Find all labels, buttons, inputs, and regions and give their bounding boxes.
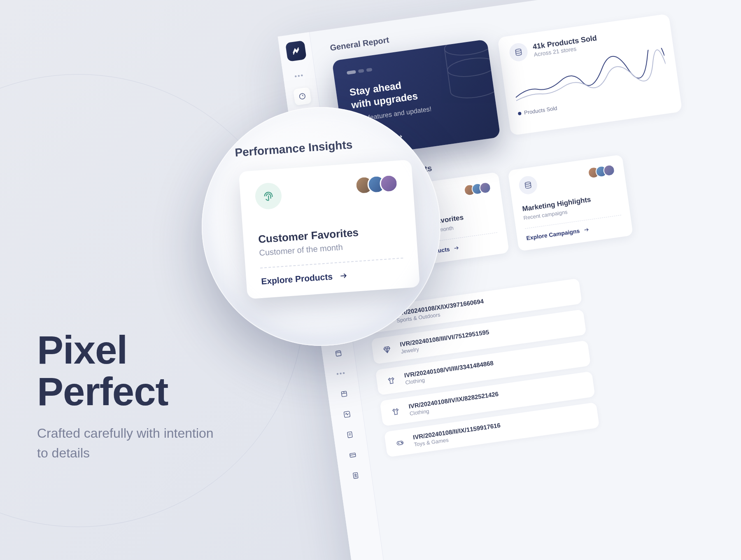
shirt-icon bbox=[388, 404, 403, 420]
more-icon-2[interactable]: ••• bbox=[332, 364, 350, 383]
package-icon[interactable] bbox=[335, 385, 353, 403]
svg-point-0 bbox=[299, 93, 305, 99]
hero-copy: Pixel Perfect Crafted carefully with int… bbox=[37, 329, 214, 463]
dashboard-icon[interactable] bbox=[293, 87, 311, 105]
database-icon bbox=[518, 175, 538, 196]
user-badge-icon[interactable] bbox=[346, 466, 365, 485]
gamepad-icon bbox=[392, 435, 408, 450]
svg-point-13 bbox=[515, 49, 521, 51]
svg-point-17 bbox=[402, 443, 403, 443]
svg-rect-7 bbox=[347, 432, 352, 438]
document-icon[interactable] bbox=[340, 425, 359, 444]
arrow-right-icon bbox=[338, 271, 348, 280]
marketing-highlights-card[interactable]: Marketing Highlights Recent campaigns Ex… bbox=[508, 155, 633, 252]
customer-favorites-card-zoom: Customer Favorites Customer of the month… bbox=[239, 160, 420, 299]
diamond-icon bbox=[379, 342, 395, 357]
activity-icon-2[interactable] bbox=[338, 405, 356, 424]
products-sold-card[interactable]: 41k Products Sold Across 21 stores Produ… bbox=[497, 14, 682, 135]
svg-point-14 bbox=[525, 182, 531, 185]
svg-point-12 bbox=[446, 55, 498, 79]
avatar-stack bbox=[591, 164, 615, 179]
avatar-stack bbox=[467, 182, 492, 196]
hero-title: Pixel Perfect bbox=[37, 329, 214, 413]
arrow-right-icon bbox=[452, 245, 460, 252]
svg-point-10 bbox=[354, 474, 356, 476]
calendar-icon[interactable] bbox=[329, 344, 347, 362]
cylinder-illustration bbox=[437, 39, 501, 111]
database-icon bbox=[508, 42, 529, 63]
avatar-stack-zoom bbox=[360, 174, 398, 194]
magnifier-lens: Performance Insights Customer Favorites … bbox=[202, 107, 440, 346]
more-icon[interactable]: ••• bbox=[290, 67, 308, 85]
fingerprint-icon bbox=[254, 182, 282, 210]
explore-campaigns-link[interactable]: Explore Campaigns bbox=[526, 226, 590, 241]
hero-subtitle: Crafted carefully with intention to deta… bbox=[37, 423, 214, 463]
svg-rect-4 bbox=[336, 351, 341, 357]
explore-products-link-zoom[interactable]: Explore Products bbox=[261, 271, 349, 287]
app-logo[interactable] bbox=[285, 40, 306, 62]
card-icon[interactable] bbox=[343, 446, 362, 464]
svg-point-11 bbox=[443, 39, 495, 58]
performance-insights-title-zoom: Performance Insights bbox=[234, 134, 416, 160]
divider bbox=[260, 258, 403, 268]
arrow-right-icon bbox=[583, 226, 590, 233]
shirt-icon bbox=[383, 373, 399, 389]
